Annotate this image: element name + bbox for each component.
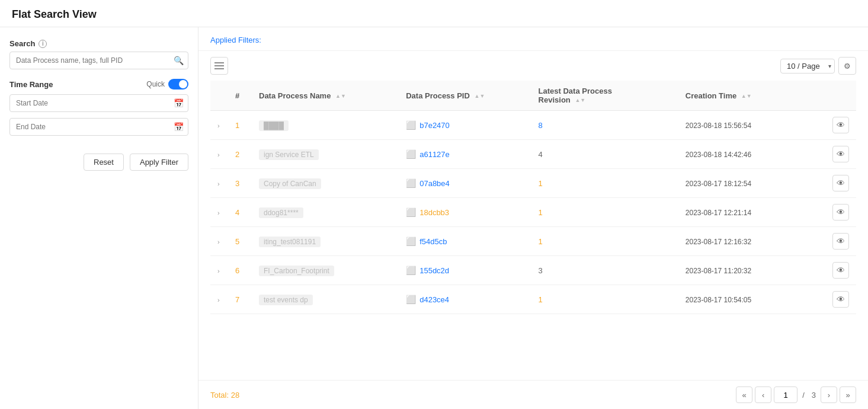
total-label: Total: 28 bbox=[210, 391, 239, 400]
calendar-icon: 📅 bbox=[174, 98, 184, 108]
search-icon[interactable]: 🔍 bbox=[174, 56, 184, 65]
page-title: Flat Search View bbox=[0, 0, 868, 27]
col-header-name[interactable]: Data Process Name ▲▼ bbox=[252, 81, 399, 111]
applied-filters-label: Applied Filters: bbox=[210, 36, 261, 44]
pid-copy-icon[interactable]: ⬜ bbox=[406, 178, 416, 188]
search-input[interactable] bbox=[9, 52, 188, 69]
view-button[interactable]: 👁 bbox=[832, 146, 849, 162]
pid-link[interactable]: b7e2470 bbox=[419, 121, 450, 130]
pagination-separator: / bbox=[800, 391, 807, 400]
view-button[interactable]: 👁 bbox=[832, 117, 849, 133]
pagination-page-input[interactable] bbox=[774, 386, 797, 403]
sort-icon-time[interactable]: ▲▼ bbox=[741, 94, 752, 99]
revision-link[interactable]: 1 bbox=[539, 295, 543, 304]
pid-link[interactable]: d423ce4 bbox=[419, 295, 449, 304]
row-number: 1 bbox=[235, 121, 239, 130]
filter-bar: Applied Filters: bbox=[198, 27, 868, 51]
pid-copy-icon[interactable]: ⬜ bbox=[406, 207, 416, 217]
expand-button[interactable]: › bbox=[217, 296, 220, 303]
time-range-label: Time Range bbox=[9, 80, 53, 89]
search-info-icon[interactable]: i bbox=[39, 40, 47, 48]
sort-icon-revision[interactable]: ▲▼ bbox=[575, 98, 585, 103]
process-name: Copy of CanCan bbox=[259, 178, 321, 189]
pagination-total-pages: 3 bbox=[809, 391, 818, 400]
pid-link[interactable]: f54d5cb bbox=[419, 237, 447, 246]
row-number: 6 bbox=[235, 266, 239, 275]
process-name: test events dp bbox=[259, 295, 313, 305]
pagination-first[interactable]: « bbox=[736, 386, 752, 403]
pid-link[interactable]: a61127e bbox=[419, 150, 450, 159]
col-header-pid[interactable]: Data Process PID ▲▼ bbox=[399, 81, 531, 111]
pid-copy-icon[interactable]: ⬜ bbox=[406, 266, 416, 275]
end-date-input[interactable] bbox=[9, 118, 188, 136]
row-number: 5 bbox=[235, 237, 239, 246]
pagination-last[interactable]: » bbox=[840, 386, 856, 403]
content-footer: Total: 28 « ‹ / 3 › » bbox=[198, 380, 868, 409]
pid-link[interactable]: 155dc2d bbox=[419, 266, 449, 275]
revision-link[interactable]: 1 bbox=[539, 179, 543, 188]
calendar-end-icon: 📅 bbox=[174, 122, 184, 132]
start-date-input[interactable] bbox=[9, 94, 188, 112]
table-row: › 5 iting_test081191 ⬜ f54d5cb 1 2023-08… bbox=[210, 227, 856, 256]
table-row: › 7 test events dp ⬜ d423ce4 1 2023-08-1… bbox=[210, 285, 856, 314]
col-header-expand bbox=[210, 81, 228, 111]
page-size-select[interactable]: 10 / Page 20 / Page 50 / Page bbox=[780, 59, 835, 74]
sort-icon-name[interactable]: ▲▼ bbox=[335, 94, 346, 99]
pid-link[interactable]: 07a8be4 bbox=[419, 179, 450, 188]
creation-time: 2023-08-17 11:20:32 bbox=[686, 267, 751, 275]
view-button[interactable]: 👁 bbox=[832, 175, 849, 191]
pid-copy-icon[interactable]: ⬜ bbox=[406, 120, 416, 130]
revision-link[interactable]: 1 bbox=[539, 237, 543, 246]
table-wrap: # Data Process Name ▲▼ Data Process PID … bbox=[198, 81, 868, 380]
creation-time: 2023-08-18 15:56:54 bbox=[686, 122, 751, 130]
table-row: › 1 ████ ⬜ b7e2470 8 2023-08-18 15:56:54… bbox=[210, 111, 856, 140]
table-row: › 4 ddog81**** ⬜ 18dcbb3 1 2023-08-17 12… bbox=[210, 198, 856, 227]
search-section-label: Search i bbox=[9, 39, 188, 48]
expand-button[interactable]: › bbox=[217, 151, 220, 158]
table-row: › 3 Copy of CanCan ⬜ 07a8be4 1 2023-08-1… bbox=[210, 169, 856, 198]
filter-lines-button[interactable] bbox=[210, 57, 228, 75]
process-name: ign Service ETL bbox=[259, 149, 319, 160]
apply-filter-button[interactable]: Apply Filter bbox=[130, 154, 188, 171]
quick-toggle[interactable] bbox=[168, 79, 188, 90]
creation-time: 2023-08-18 14:42:46 bbox=[686, 151, 751, 159]
pid-link[interactable]: 18dcbb3 bbox=[419, 208, 449, 217]
expand-button[interactable]: › bbox=[217, 238, 220, 245]
process-name: ddog81**** bbox=[259, 207, 303, 218]
creation-time: 2023-08-17 12:21:14 bbox=[686, 209, 751, 217]
quick-label: Quick bbox=[146, 80, 165, 88]
row-number: 4 bbox=[235, 208, 239, 217]
data-table: # Data Process Name ▲▼ Data Process PID … bbox=[210, 81, 856, 314]
row-number: 2 bbox=[235, 150, 239, 159]
pagination-top: 10 / Page 20 / Page 50 / Page ⚙ bbox=[780, 57, 856, 75]
pagination-next[interactable]: › bbox=[821, 386, 837, 403]
col-header-time[interactable]: Creation Time ▲▼ bbox=[678, 81, 825, 111]
expand-button[interactable]: › bbox=[217, 267, 220, 274]
quick-toggle-wrap: Quick bbox=[146, 79, 188, 90]
pid-copy-icon[interactable]: ⬜ bbox=[406, 237, 416, 246]
expand-button[interactable]: › bbox=[217, 180, 220, 187]
search-input-wrap: 🔍 bbox=[9, 52, 188, 69]
pid-copy-icon[interactable]: ⬜ bbox=[406, 149, 416, 159]
search-label-text: Search bbox=[9, 39, 35, 48]
revision-link[interactable]: 4 bbox=[539, 150, 543, 159]
sidebar: Search i 🔍 Time Range Quick bbox=[0, 27, 198, 409]
revision-link[interactable]: 8 bbox=[539, 121, 543, 130]
col-header-revision[interactable]: Latest Data ProcessRevision ▲▼ bbox=[531, 81, 678, 111]
pid-copy-icon[interactable]: ⬜ bbox=[406, 295, 416, 304]
table-row: › 6 FI_Carbon_Footprint ⬜ 155dc2d 3 2023… bbox=[210, 256, 856, 285]
revision-link[interactable]: 1 bbox=[539, 208, 543, 217]
col-header-num: # bbox=[228, 81, 252, 111]
revision-link[interactable]: 3 bbox=[539, 266, 543, 275]
expand-button[interactable]: › bbox=[217, 209, 220, 216]
pagination-prev[interactable]: ‹ bbox=[755, 386, 771, 403]
page-size-wrap: 10 / Page 20 / Page 50 / Page bbox=[780, 59, 835, 74]
view-button[interactable]: 👁 bbox=[832, 233, 849, 250]
view-button[interactable]: 👁 bbox=[832, 204, 849, 221]
expand-button[interactable]: › bbox=[217, 122, 220, 129]
reset-button[interactable]: Reset bbox=[84, 154, 124, 171]
sort-icon-pid[interactable]: ▲▼ bbox=[474, 94, 485, 99]
settings-button[interactable]: ⚙ bbox=[838, 57, 856, 75]
view-button[interactable]: 👁 bbox=[832, 291, 849, 308]
view-button[interactable]: 👁 bbox=[832, 262, 849, 279]
